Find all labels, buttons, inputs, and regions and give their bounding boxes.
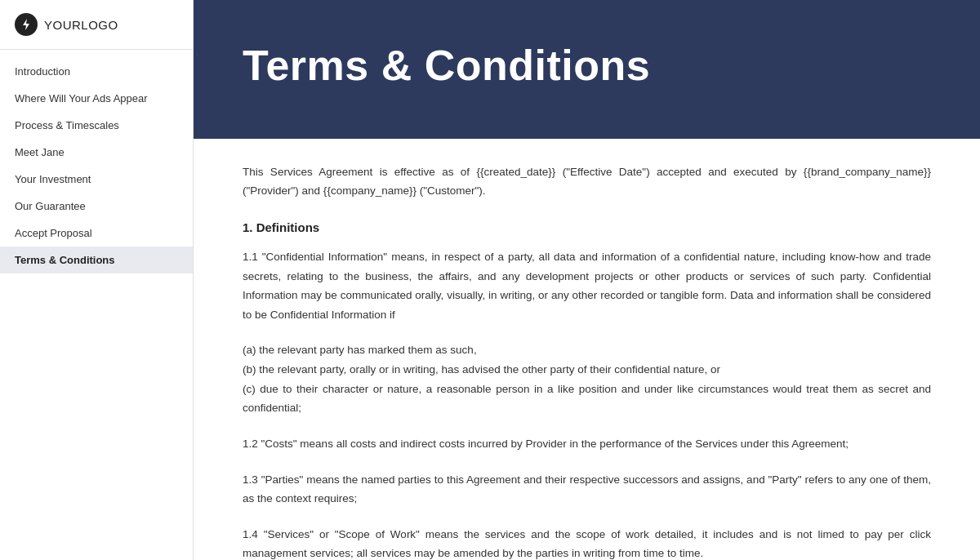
sidebar-link-introduction[interactable]: Introduction [0,58,193,85]
section1-4-text: 1.4 "Services" or "Scope of Work" means … [243,525,931,560]
logo-text: YOURLOGO [44,18,118,32]
sidebar-item-terms-conditions[interactable]: Terms & Conditions [0,247,193,273]
section1-1-list: (a) the relevant party has marked them a… [243,340,931,418]
nav-list: Introduction Where Will Your Ads Appear … [0,50,193,560]
sidebar-item-meet-jane[interactable]: Meet Jane [0,139,193,166]
sidebar-link-your-investment[interactable]: Your Investment [0,166,193,193]
logo-regular: LOGO [81,18,118,32]
section1-1-text: 1.1 "Confidential Information" means, in… [243,247,931,325]
sidebar-item-our-guarantee[interactable]: Our Guarantee [0,193,193,220]
svg-marker-0 [23,19,29,30]
section1-heading: 1. Definitions [243,220,931,234]
sidebar-link-where-will-your-ads-appear[interactable]: Where Will Your Ads Appear [0,85,193,112]
section1-3-text: 1.3 "Parties" means the named parties to… [243,470,931,509]
sidebar: YOURLOGO Introduction Where Will Your Ad… [0,0,194,560]
sidebar-link-accept-proposal[interactable]: Accept Proposal [0,220,193,247]
sidebar-link-process-timescales[interactable]: Process & Timescales [0,112,193,139]
logo-area: YOURLOGO [0,0,193,50]
lightning-bolt-icon [20,18,33,31]
main-content: Terms & Conditions This Services Agreeme… [194,0,980,560]
sidebar-item-process-timescales[interactable]: Process & Timescales [0,112,193,139]
sidebar-item-your-investment[interactable]: Your Investment [0,166,193,193]
logo-icon [15,13,38,36]
sidebar-link-meet-jane[interactable]: Meet Jane [0,139,193,166]
sidebar-link-terms-conditions[interactable]: Terms & Conditions [0,247,193,273]
header-banner: Terms & Conditions [194,0,980,139]
sidebar-link-our-guarantee[interactable]: Our Guarantee [0,193,193,220]
intro-paragraph: This Services Agreement is effective as … [243,163,931,201]
sidebar-item-accept-proposal[interactable]: Accept Proposal [0,220,193,247]
page-title: Terms & Conditions [243,41,650,90]
sidebar-item-introduction[interactable]: Introduction [0,58,193,85]
content-area: This Services Agreement is effective as … [194,139,980,560]
sidebar-item-where-will-your-ads-appear[interactable]: Where Will Your Ads Appear [0,85,193,112]
section1-2-text: 1.2 "Costs" means all costs and indirect… [243,434,931,454]
logo-bold: YOUR [44,18,81,32]
